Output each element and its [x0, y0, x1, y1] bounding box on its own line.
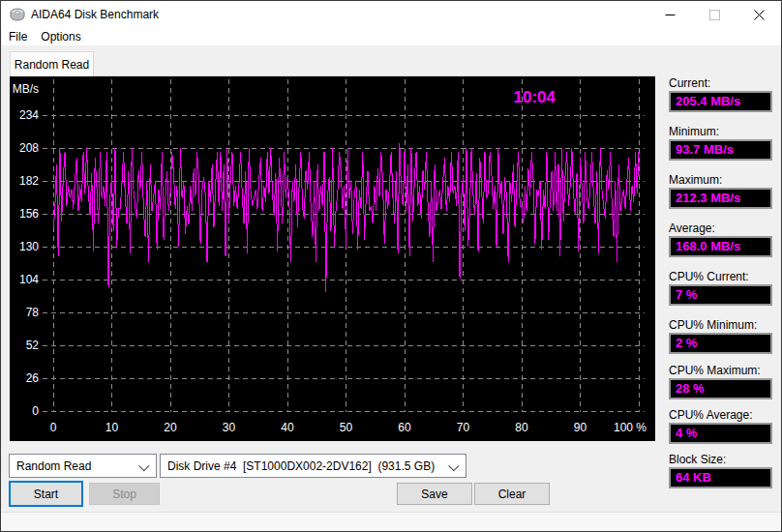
stat-minimum-label: Minimum: [669, 125, 772, 138]
status-bar [1, 512, 781, 532]
menu-bar: FileOptions [2, 29, 781, 45]
svg-text:80: 80 [515, 421, 528, 434]
title-bar: AIDA64 Disk Benchmark [1, 1, 781, 29]
svg-text:MB/s: MB/s [13, 82, 39, 96]
save-button[interactable]: Save [397, 483, 472, 505]
stat-current-value: 205.4 MB/s [669, 91, 772, 112]
menu-options[interactable]: Options [34, 29, 87, 45]
close-button[interactable] [737, 1, 781, 29]
stat-maximum-value: 212.3 MB/s [669, 188, 772, 209]
stat-block-size-label: Block Size: [669, 453, 772, 466]
close-icon [754, 10, 765, 20]
clear-button[interactable]: Clear [474, 483, 550, 505]
svg-text:104: 104 [19, 273, 39, 286]
test-type-select[interactable]: Random Read [9, 454, 157, 478]
svg-text:0: 0 [50, 421, 57, 434]
stat-cpu-minimum: CPU% Minimum:2 % [669, 318, 772, 354]
minimize-button[interactable] [647, 1, 692, 29]
stat-cpu-maximum-value: 28 % [669, 378, 772, 399]
stat-cpu-average: CPU% Average:4 % [669, 408, 772, 444]
benchmark-chart: MB/s026527810413015618220823401020304050… [10, 76, 655, 441]
test-type-value: Random Read [16, 459, 91, 473]
stat-minimum: Minimum:93.7 MB/s [669, 125, 772, 161]
stat-current-label: Current: [669, 76, 772, 90]
svg-text:60: 60 [398, 421, 411, 434]
stat-cpu-average-label: CPU% Average: [669, 408, 772, 422]
svg-text:156: 156 [19, 207, 39, 221]
svg-text:234: 234 [19, 108, 39, 122]
minimize-icon [665, 10, 676, 20]
svg-text:90: 90 [574, 421, 587, 434]
stat-average: Average:168.0 MB/s [669, 222, 772, 257]
svg-text:0: 0 [32, 404, 39, 418]
stop-button[interactable]: Stop [89, 483, 160, 505]
svg-text:182: 182 [19, 174, 39, 188]
svg-text:130: 130 [19, 240, 39, 253]
svg-text:30: 30 [223, 421, 236, 434]
drive-value: Disk Drive #4 [ST1000DX002-2DV162] (931.… [167, 459, 435, 473]
stat-cpu-maximum: CPU% Maximum:28 % [669, 364, 772, 399]
svg-text:70: 70 [457, 421, 470, 434]
stat-block-size: Block Size:64 KB [669, 453, 772, 488]
stat-minimum-value: 93.7 MB/s [669, 139, 772, 161]
stat-cpu-maximum-label: CPU% Maximum: [669, 364, 772, 377]
stat-block-size-value: 64 KB [669, 467, 772, 488]
drive-select[interactable]: Disk Drive #4 [ST1000DX002-2DV162] (931.… [160, 454, 466, 478]
svg-text:40: 40 [281, 421, 294, 434]
svg-text:10:04: 10:04 [514, 88, 556, 106]
chevron-down-icon [448, 460, 459, 471]
svg-text:52: 52 [26, 339, 40, 352]
chevron-down-icon [138, 460, 149, 471]
stat-current: Current:205.4 MB/s [669, 76, 772, 112]
maximize-button[interactable] [692, 1, 737, 29]
tab-random-read[interactable]: Random Read [10, 51, 94, 76]
stat-average-label: Average: [669, 222, 772, 235]
svg-text:100 %: 100 % [614, 421, 647, 434]
svg-text:26: 26 [26, 371, 40, 385]
app-icon [10, 7, 25, 22]
window-title: AIDA64 Disk Benchmark [31, 8, 159, 21]
stat-cpu-minimum-label: CPU% Minimum: [669, 318, 772, 332]
stat-maximum: Maximum:212.3 MB/s [669, 173, 772, 209]
menu-file[interactable]: File [2, 29, 34, 45]
svg-text:50: 50 [340, 421, 353, 434]
stat-average-value: 168.0 MB/s [669, 236, 772, 257]
maximize-icon [709, 10, 720, 20]
svg-text:20: 20 [164, 421, 177, 434]
start-button[interactable]: Start [9, 481, 83, 507]
tab-label: Random Read [15, 58, 89, 72]
svg-text:208: 208 [19, 141, 39, 155]
stat-cpu-current-value: 7 % [669, 284, 772, 306]
stat-cpu-average-value: 4 % [669, 423, 772, 444]
svg-text:10: 10 [105, 421, 119, 434]
app-window: AIDA64 Disk Benchmark FileOptions Random… [0, 0, 782, 532]
stat-cpu-current-label: CPU% Current: [669, 270, 772, 283]
stat-maximum-label: Maximum: [669, 173, 772, 187]
stat-cpu-current: CPU% Current:7 % [669, 270, 772, 306]
svg-text:78: 78 [26, 306, 40, 319]
stat-cpu-minimum-value: 2 % [669, 333, 772, 354]
